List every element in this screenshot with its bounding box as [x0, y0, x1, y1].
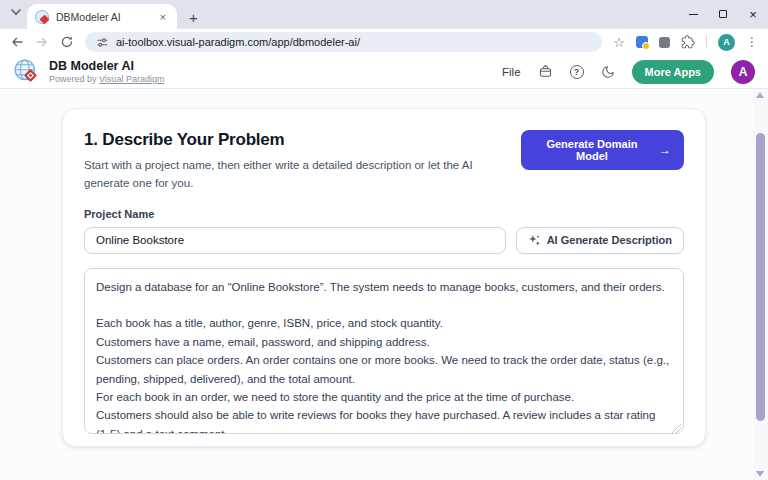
- user-avatar[interactable]: A: [731, 60, 755, 84]
- app-header: DB Modeler AI Powered by Visual Paradigm…: [0, 55, 768, 89]
- bookmark-star-icon[interactable]: ☆: [613, 36, 625, 49]
- dark-mode-moon-icon[interactable]: [601, 65, 615, 79]
- window-controls: ×: [678, 0, 768, 28]
- app-title-block: DB Modeler AI Powered by Visual Paradigm: [49, 59, 164, 84]
- briefcase-icon[interactable]: [538, 64, 553, 79]
- section-subtitle: Start with a project name, then either w…: [84, 157, 521, 193]
- toolbar-divider: [706, 35, 707, 49]
- page-content: 1. Describe Your Problem Start with a pr…: [0, 89, 768, 480]
- reload-button[interactable]: [60, 35, 74, 49]
- minimize-icon: [689, 14, 698, 15]
- back-button[interactable]: [10, 35, 24, 49]
- scrollbar-down-arrow[interactable]: [756, 471, 764, 477]
- extensions-puzzle-icon[interactable]: [681, 35, 695, 49]
- close-icon: ×: [749, 8, 757, 21]
- browser-tab[interactable]: DBModeler AI ×: [27, 4, 177, 29]
- browser-tabstrip: DBModeler AI × + ×: [0, 0, 768, 29]
- maximize-icon: [719, 10, 727, 18]
- toolbar-right: ☆ A ⋮: [613, 34, 758, 51]
- window-close-button[interactable]: ×: [738, 0, 768, 28]
- scrollbar-up-arrow[interactable]: [756, 92, 764, 98]
- pinned-extension-2-icon[interactable]: [659, 37, 670, 48]
- more-apps-button[interactable]: More Apps: [632, 60, 714, 84]
- generate-domain-model-button[interactable]: Generate Domain Model →: [521, 130, 684, 170]
- forward-button[interactable]: [35, 35, 49, 49]
- tab-close-icon[interactable]: ×: [157, 10, 169, 24]
- generate-button-label: Generate Domain Model: [534, 138, 650, 162]
- textarea-resize-handle[interactable]: [672, 424, 681, 433]
- visual-paradigm-link[interactable]: Visual Paradigm: [99, 74, 164, 84]
- app-subtitle: Powered by Visual Paradigm: [49, 74, 164, 84]
- scrollbar-thumb[interactable]: [756, 133, 765, 421]
- browser-toolbar: ai-toolbox.visual-paradigm.com/app/dbmod…: [0, 29, 768, 55]
- section-title: 1. Describe Your Problem: [84, 130, 521, 150]
- ai-generate-label: AI Generate Description: [547, 234, 672, 246]
- help-icon[interactable]: ?: [570, 65, 584, 79]
- url-bar[interactable]: ai-toolbox.visual-paradigm.com/app/dbmod…: [85, 32, 602, 52]
- card-header: 1. Describe Your Problem Start with a pr…: [84, 130, 684, 193]
- description-area: Design a database for an “Online Booksto…: [84, 268, 684, 438]
- chevron-down-icon[interactable]: [10, 8, 22, 16]
- project-name-input[interactable]: [84, 227, 506, 254]
- app-logo: [13, 58, 40, 85]
- app-header-right: File ? More Apps A: [502, 60, 755, 84]
- project-name-label: Project Name: [84, 208, 684, 220]
- new-tab-button[interactable]: +: [189, 10, 198, 25]
- pinned-extension-icon[interactable]: [636, 36, 648, 48]
- app-title: DB Modeler AI: [49, 59, 164, 73]
- arrow-right-icon: →: [659, 143, 671, 157]
- file-menu[interactable]: File: [502, 66, 521, 78]
- tab-title: DBModeler AI: [56, 11, 150, 23]
- sparkles-icon: [528, 234, 541, 247]
- ai-generate-description-button[interactable]: AI Generate Description: [516, 227, 684, 254]
- window-maximize-button[interactable]: [708, 0, 738, 28]
- browser-menu-icon[interactable]: ⋮: [746, 35, 758, 49]
- url-text: ai-toolbox.visual-paradigm.com/app/dbmod…: [116, 36, 360, 48]
- describe-problem-card: 1. Describe Your Problem Start with a pr…: [62, 108, 706, 447]
- card-header-text: 1. Describe Your Problem Start with a pr…: [84, 130, 521, 193]
- site-favicon-icon: [35, 10, 49, 24]
- project-name-row: AI Generate Description: [84, 227, 684, 254]
- page-scrollbar[interactable]: [753, 89, 768, 480]
- browser-profile-avatar[interactable]: A: [718, 34, 735, 51]
- window-minimize-button[interactable]: [678, 0, 708, 28]
- site-settings-icon[interactable]: [96, 36, 109, 49]
- problem-description-textarea[interactable]: Design a database for an “Online Booksto…: [84, 268, 684, 434]
